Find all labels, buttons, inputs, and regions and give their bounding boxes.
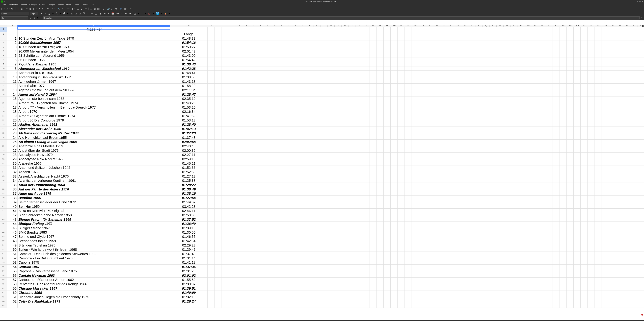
cell[interactable] (320, 217, 327, 222)
cell[interactable] (215, 71, 222, 75)
cell[interactable] (531, 75, 538, 79)
cell[interactable] (419, 170, 426, 174)
cell[interactable] (468, 200, 475, 204)
cell[interactable] (376, 36, 384, 41)
cell[interactable] (285, 135, 292, 140)
cell[interactable] (447, 71, 454, 75)
cell[interactable] (250, 290, 257, 295)
cell[interactable] (257, 144, 264, 148)
cell[interactable] (623, 170, 630, 174)
cell[interactable] (637, 36, 644, 41)
cell[interactable] (341, 256, 348, 260)
cell[interactable] (419, 295, 426, 299)
cell[interactable] (313, 101, 320, 105)
cell[interactable] (609, 27, 616, 32)
cell[interactable] (574, 247, 580, 252)
cell[interactable] (334, 92, 341, 97)
cell[interactable] (623, 226, 630, 230)
row-header[interactable]: 31 (0, 157, 7, 161)
cell[interactable] (475, 67, 482, 71)
cell[interactable] (489, 252, 496, 256)
cell[interactable] (546, 282, 552, 286)
cell[interactable] (355, 144, 362, 148)
cell[interactable] (552, 75, 560, 79)
align-center-icon[interactable] (74, 12, 78, 15)
cell[interactable] (412, 230, 419, 235)
cell[interactable] (574, 32, 580, 36)
cell[interactable] (637, 277, 644, 282)
cell[interactable] (630, 217, 637, 222)
cell[interactable] (341, 71, 348, 75)
cell[interactable] (531, 127, 538, 131)
column-header[interactable]: AK (440, 25, 447, 27)
cell[interactable] (552, 277, 560, 282)
column-header[interactable]: BJ (616, 25, 623, 27)
cell[interactable] (327, 174, 334, 179)
cell[interactable] (376, 122, 384, 127)
cell[interactable] (341, 170, 348, 174)
cell[interactable] (327, 109, 334, 114)
cell[interactable]: 62 (7, 299, 18, 303)
cell[interactable] (419, 53, 426, 58)
cell[interactable] (419, 71, 426, 75)
row-header[interactable]: 56 (0, 265, 7, 269)
cell[interactable] (341, 153, 348, 157)
cell[interactable] (215, 187, 222, 191)
cell[interactable] (236, 187, 243, 191)
cell[interactable] (384, 62, 390, 67)
cell[interactable] (560, 84, 566, 88)
cell[interactable] (496, 273, 503, 278)
cell[interactable] (341, 299, 348, 303)
cell[interactable] (271, 79, 278, 84)
cell[interactable] (552, 153, 560, 157)
cell[interactable] (264, 243, 271, 247)
cell[interactable] (489, 114, 496, 118)
cell[interactable] (482, 122, 489, 127)
cell[interactable] (496, 131, 503, 135)
cell[interactable] (355, 277, 362, 282)
cell[interactable] (454, 140, 461, 144)
cell[interactable] (264, 62, 271, 67)
cell[interactable] (405, 114, 412, 118)
cell[interactable] (602, 247, 609, 252)
cell[interactable] (454, 299, 461, 303)
cell[interactable] (461, 243, 468, 247)
cell[interactable] (588, 41, 595, 45)
cell[interactable] (588, 75, 595, 79)
cell[interactable] (510, 67, 518, 71)
cell[interactable] (560, 127, 566, 131)
cell[interactable] (595, 127, 602, 131)
cell[interactable] (454, 303, 461, 308)
cell[interactable] (503, 114, 510, 118)
cell[interactable] (341, 282, 348, 286)
cell[interactable] (313, 67, 320, 71)
cell[interactable] (531, 260, 538, 265)
cell[interactable]: Abenteuer am Mississippi 1960 (18, 67, 170, 71)
cell[interactable] (327, 62, 334, 67)
valign-bottom-icon[interactable] (94, 12, 98, 15)
cell[interactable] (524, 221, 531, 226)
cell[interactable] (503, 84, 510, 88)
cell[interactable] (390, 45, 398, 49)
cell[interactable] (482, 196, 489, 200)
cell[interactable] (637, 247, 644, 252)
cell[interactable] (313, 204, 320, 209)
cell[interactable] (637, 170, 644, 174)
cell[interactable] (285, 58, 292, 62)
cell[interactable] (370, 269, 376, 273)
cell[interactable] (461, 269, 468, 273)
cell[interactable] (630, 118, 637, 123)
font-name-input[interactable] (1, 12, 29, 15)
cell[interactable] (257, 157, 264, 161)
border-style-icon[interactable] (140, 12, 144, 15)
cell[interactable] (447, 36, 454, 41)
cell[interactable] (503, 247, 510, 252)
cell[interactable] (496, 161, 503, 166)
cell[interactable] (229, 277, 236, 282)
cell[interactable] (264, 153, 271, 157)
cell[interactable] (489, 53, 496, 58)
cell[interactable] (376, 53, 384, 58)
cell[interactable] (341, 41, 348, 45)
column-header[interactable]: M (271, 25, 278, 27)
column-header[interactable]: E (215, 25, 222, 27)
